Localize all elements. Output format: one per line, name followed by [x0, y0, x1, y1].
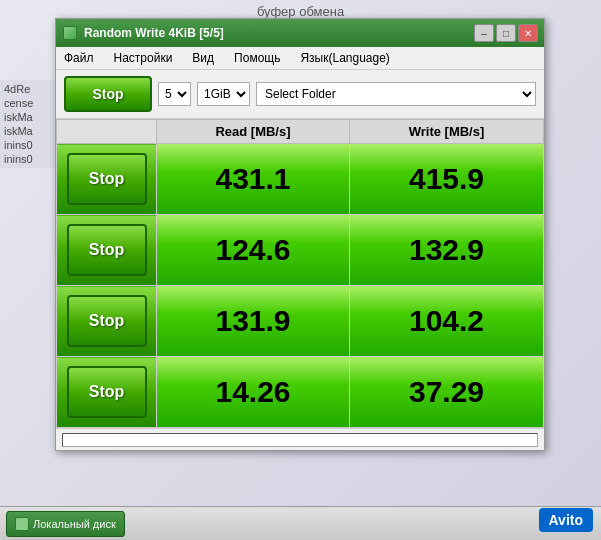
read-value-1: 431.1 [157, 144, 349, 214]
header-write: Write [MB/s] [349, 120, 543, 144]
taskbar: Локальный диск [0, 506, 601, 540]
start-stop-button[interactable]: Stop [64, 76, 152, 112]
app-icon [62, 25, 78, 41]
write-value-4: 37.29 [350, 357, 543, 427]
stop-cell-3: Stop [57, 286, 157, 357]
status-bar-inner [62, 433, 538, 447]
desktop: буфер обмена 4dRe cense iskMa iskMa inin… [0, 0, 601, 540]
taskbar-icon [15, 517, 29, 531]
taskbar-item[interactable]: Локальный диск [6, 511, 125, 537]
read-cell-1: 431.1 [157, 144, 350, 215]
sidebar-item-4: iskMa [4, 124, 56, 138]
write-cell-2: 132.9 [349, 215, 543, 286]
menu-settings[interactable]: Настройки [110, 49, 177, 67]
window-controls: – □ ✕ [474, 24, 538, 42]
read-value-4: 14.26 [157, 357, 349, 427]
stop-cell-4: Stop [57, 357, 157, 428]
write-cell-3: 104.2 [349, 286, 543, 357]
sidebar-item-6: inins0 [4, 152, 56, 166]
menu-help[interactable]: Помощь [230, 49, 284, 67]
table-row: Stop 431.1 415.9 [57, 144, 544, 215]
table-body: Stop 431.1 415.9 Stop 124.6 [57, 144, 544, 428]
table-row: Stop 131.9 104.2 [57, 286, 544, 357]
sidebar-item-1: 4dRe [4, 82, 56, 96]
stop-button-1[interactable]: Stop [67, 153, 147, 205]
status-bar [56, 428, 544, 450]
maximize-button[interactable]: □ [496, 24, 516, 42]
header-empty [57, 120, 157, 144]
table-row: Stop 14.26 37.29 [57, 357, 544, 428]
app-icon-square [63, 26, 77, 40]
write-value-1: 415.9 [350, 144, 543, 214]
avito-label: Avito [549, 512, 583, 528]
table-row: Stop 124.6 132.9 [57, 215, 544, 286]
menu-bar: Файл Настройки Вид Помощь Язык(Language) [56, 47, 544, 70]
menu-language[interactable]: Язык(Language) [296, 49, 393, 67]
stop-cell-2: Stop [57, 215, 157, 286]
results-table: Read [MB/s] Write [MB/s] Stop 431.1 415.… [56, 119, 544, 428]
read-cell-3: 131.9 [157, 286, 350, 357]
read-cell-4: 14.26 [157, 357, 350, 428]
sidebar-bg: 4dRe cense iskMa iskMa inins0 inins0 [0, 80, 60, 168]
read-cell-2: 124.6 [157, 215, 350, 286]
minimize-button[interactable]: – [474, 24, 494, 42]
size-select[interactable]: 1GiB [197, 82, 250, 106]
read-value-2: 124.6 [157, 215, 349, 285]
stop-button-4[interactable]: Stop [67, 366, 147, 418]
write-cell-1: 415.9 [349, 144, 543, 215]
write-value-2: 132.9 [350, 215, 543, 285]
stop-button-3[interactable]: Stop [67, 295, 147, 347]
stop-button-2[interactable]: Stop [67, 224, 147, 276]
window-title: Random Write 4KiB [5/5] [84, 26, 474, 40]
write-cell-4: 37.29 [349, 357, 543, 428]
taskbar-label: Локальный диск [33, 518, 116, 530]
menu-view[interactable]: Вид [188, 49, 218, 67]
read-value-3: 131.9 [157, 286, 349, 356]
sidebar-item-5: inins0 [4, 138, 56, 152]
avito-badge: Avito [539, 508, 593, 532]
count-select[interactable]: 5 [158, 82, 191, 106]
menu-file[interactable]: Файл [60, 49, 98, 67]
sidebar-item-3: iskMa [4, 110, 56, 124]
write-value-3: 104.2 [350, 286, 543, 356]
close-button[interactable]: ✕ [518, 24, 538, 42]
main-window: Random Write 4KiB [5/5] – □ ✕ Файл Настр… [55, 18, 545, 451]
stop-cell-1: Stop [57, 144, 157, 215]
title-bar: Random Write 4KiB [5/5] – □ ✕ [56, 19, 544, 47]
sidebar-item-2: cense [4, 96, 56, 110]
toolbar: Stop 5 1GiB Select Folder [56, 70, 544, 119]
header-read: Read [MB/s] [157, 120, 350, 144]
table-header-row: Read [MB/s] Write [MB/s] [57, 120, 544, 144]
folder-select[interactable]: Select Folder [256, 82, 536, 106]
